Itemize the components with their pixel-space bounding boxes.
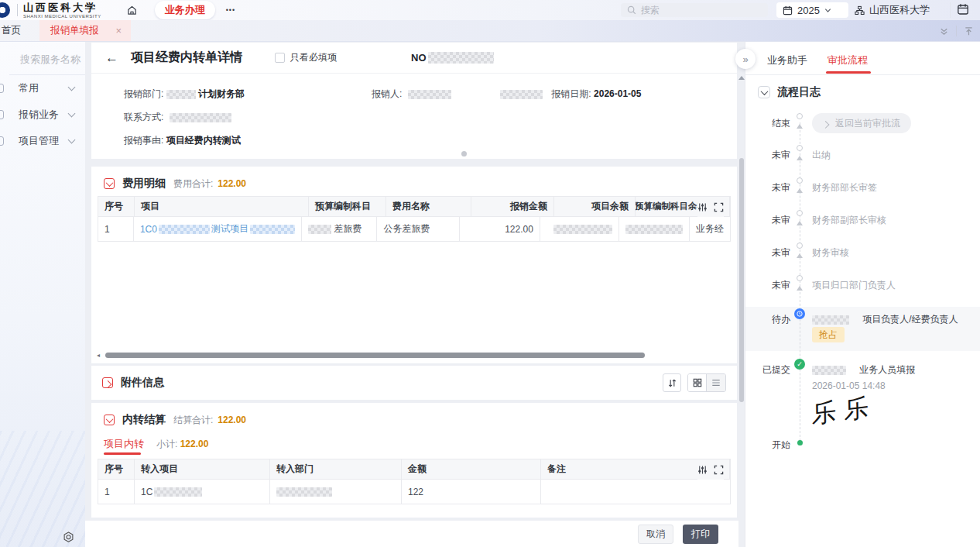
redacted-assignee (812, 315, 849, 325)
sort-icon[interactable] (663, 373, 681, 392)
expense-title: 费用明细 (122, 177, 166, 191)
view-toggle (687, 373, 726, 392)
vertical-scrollbar-thumb[interactable] (739, 158, 744, 402)
step-node (797, 275, 803, 281)
divider (745, 74, 980, 75)
subtotal: 小计: 122.00 (156, 438, 208, 451)
active-tab-underline (826, 71, 871, 74)
university-name-cn: 山西医科大学 (23, 2, 101, 12)
step-name: 财务部部长审签 (812, 181, 877, 194)
redacted-project2 (250, 225, 295, 234)
list-view-icon[interactable] (707, 374, 725, 391)
more-menu-icon[interactable]: ••• (226, 6, 235, 14)
chevron-down-icon (824, 7, 831, 14)
back-icon[interactable]: ← (105, 50, 118, 66)
timeline-arrow-icon (797, 188, 803, 193)
column-filter-icon[interactable] (697, 202, 708, 212)
cell-project-link[interactable]: 1C0 测试项目 (134, 217, 303, 242)
settlement-row[interactable]: 1 1C 122 (98, 480, 730, 504)
timeline-arrow-icon (797, 253, 803, 258)
main-content: ← 项目经费内转单详情 只看必填项 NO 报销部门: 计划财务部 报销人: 报销… (85, 42, 745, 547)
cell-project: 1C (135, 480, 270, 504)
approval-panel: » 业务助手 审批流程 流程日志 结束 返回当前审批流 未审 出纳 未审 财务部… (745, 42, 980, 547)
step-status: 未审 (756, 214, 790, 227)
step-node (797, 243, 803, 249)
panel-collapse-icon[interactable]: » (735, 49, 756, 69)
close-icon[interactable]: × (116, 25, 122, 36)
redacted-person (408, 90, 451, 99)
step-status: 未审 (756, 149, 790, 162)
col-header: 项目 (135, 197, 309, 217)
column-filter-icon[interactable] (697, 465, 708, 475)
home-icon[interactable] (126, 5, 138, 16)
cell-no: 1 (98, 480, 135, 504)
sidebar-item-project[interactable]: 项目管理 (0, 128, 85, 154)
sidebar-item-common[interactable]: 常用 (0, 75, 85, 101)
sidebar-item-reimbursement[interactable]: 报销业务 (0, 101, 85, 128)
redacted-id (500, 90, 543, 99)
collapse-icon[interactable] (104, 415, 115, 425)
vertical-scrollbar[interactable] (739, 42, 744, 516)
tab-project-transfer[interactable]: 项目内转 (104, 437, 144, 451)
reason-label: 报销事由: (124, 135, 163, 146)
tab-approval-flow[interactable]: 审批流程 (828, 53, 868, 67)
scroll-up-arrow[interactable] (738, 76, 745, 80)
col-header: 费用名称 (386, 197, 471, 217)
drag-handle-dot[interactable] (461, 151, 467, 157)
horizontal-scrollbar-thumb[interactable] (105, 353, 645, 358)
step-name-row: 业务人员填报 (812, 363, 915, 377)
redacted-balance (553, 225, 612, 234)
timeline-arrow-icon (797, 156, 803, 160)
fullscreen-icon[interactable] (714, 202, 724, 212)
grid-view-icon[interactable] (688, 374, 707, 391)
year-selector[interactable]: 2025 (776, 2, 848, 18)
collapse-icon[interactable] (758, 86, 770, 98)
cell-dept (270, 480, 402, 504)
redacted-contact (170, 113, 231, 122)
project-code: 1C0 (140, 224, 157, 235)
only-required-checkbox[interactable] (275, 53, 285, 63)
search-input[interactable]: 搜索 (621, 3, 768, 17)
org-selector[interactable]: 山西医科大学 (852, 2, 951, 18)
scroll-left-arrow-icon[interactable]: ◂ (97, 352, 100, 359)
university-logo (0, 2, 10, 18)
grab-task-button[interactable]: 抢占 (812, 327, 845, 342)
collapse-tabs-icon[interactable] (939, 26, 949, 36)
sidebar-watermark (0, 431, 85, 547)
nav-business-button[interactable]: 业务办理 (155, 1, 215, 19)
handwritten-signature: 乐 乐 (806, 386, 914, 429)
search-icon (627, 5, 636, 15)
settings-gear-icon[interactable] (62, 531, 75, 544)
chevron-right-icon (822, 120, 830, 128)
expand-icon[interactable] (102, 377, 113, 388)
tab-active[interactable]: 报销单填报 × (39, 20, 131, 41)
horizontal-scrollbar[interactable]: ◂ (104, 353, 717, 358)
org-value: 山西医科大学 (869, 3, 930, 17)
step-name: 项目负责人/经费负责人 (862, 314, 958, 325)
sidebar-item-icon (0, 110, 4, 119)
calendar-shortcut-icon[interactable] (957, 3, 969, 15)
cell-amount: 122.00 (460, 217, 540, 242)
step-status: 未审 (756, 246, 790, 260)
fullscreen-icon[interactable] (714, 465, 724, 475)
only-required-label: 只看必填项 (290, 51, 337, 64)
service-search-input[interactable]: 搜索服务名称 (0, 42, 85, 74)
subtotal-label: 小计: (156, 439, 177, 449)
date-value: 2026-01-05 (594, 88, 641, 99)
step-name: 财务审核 (812, 246, 849, 260)
detail-header-card: ← 项目经费内转单详情 只看必填项 NO 报销部门: 计划财务部 报销人: 报销… (91, 43, 737, 159)
scroll-to-top-icon[interactable] (964, 26, 974, 36)
cancel-button[interactable]: 取消 (638, 525, 673, 544)
print-button[interactable]: 打印 (683, 525, 718, 544)
step-status: 待办 (756, 313, 790, 326)
expense-row[interactable]: 1 1C0 测试项目 差旅费 公务差旅费 122.00 业务经 (98, 217, 730, 242)
sidebar-item-icon (0, 136, 4, 146)
tab-business-assistant[interactable]: 业务助手 (767, 53, 807, 67)
tab-home[interactable]: 首页 (0, 20, 29, 41)
calendar-icon (783, 5, 793, 15)
return-to-current-flow-button[interactable]: 返回当前审批流 (812, 113, 911, 133)
collapse-icon[interactable] (104, 178, 115, 189)
tab-bar: 首页 报销单填报 × (0, 20, 980, 42)
person-label: 报销人: (372, 88, 402, 99)
settlement-total-value: 122.00 (218, 415, 246, 425)
